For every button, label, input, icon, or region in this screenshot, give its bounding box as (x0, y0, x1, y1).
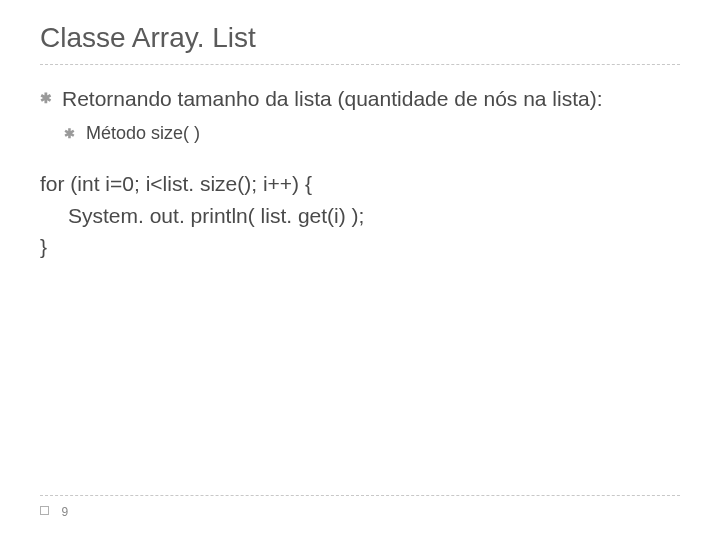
code-line-1: for (int i=0; i<list. size(); i++) { (40, 168, 680, 200)
code-block: for (int i=0; i<list. size(); i++) { Sys… (40, 168, 680, 263)
asterisk-icon: ✱ (40, 91, 54, 105)
slide-footer: 9 (40, 495, 680, 520)
bullet-sub-text: Método size( ) (86, 123, 200, 144)
code-line-2: System. out. println( list. get(i) ); (40, 200, 680, 232)
asterisk-icon: ✱ (64, 127, 78, 140)
slide-container: Classe Array. List ✱ Retornando tamanho … (0, 0, 720, 263)
page-number: 9 (61, 505, 68, 519)
slide-title: Classe Array. List (40, 22, 680, 64)
code-line-3: } (40, 231, 680, 263)
bullet-main-text: Retornando tamanho da lista (quantidade … (62, 85, 603, 113)
bullet-sub: ✱ Método size( ) (64, 123, 680, 144)
footer-divider (40, 495, 680, 496)
bullet-main: ✱ Retornando tamanho da lista (quantidad… (40, 85, 680, 113)
title-divider (40, 64, 680, 65)
box-icon (40, 506, 49, 515)
page-number-container: 9 (40, 502, 680, 520)
